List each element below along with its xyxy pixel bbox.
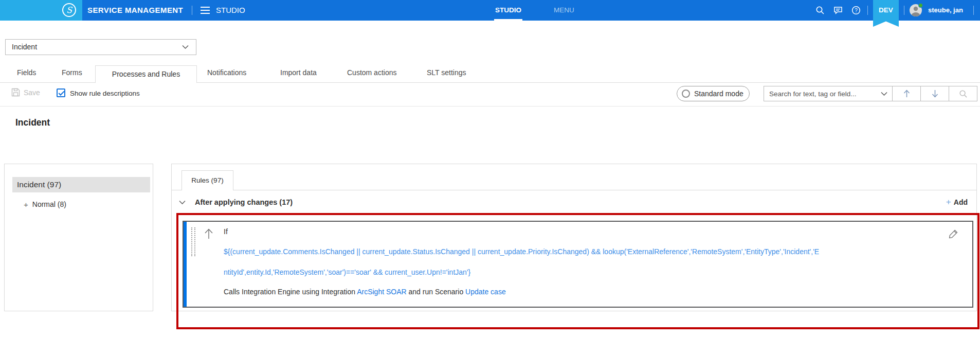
standard-mode-label: Standard mode (694, 90, 743, 98)
arrow-down-icon (932, 90, 938, 98)
standard-mode-toggle[interactable]: Standard mode (677, 86, 750, 101)
save-button[interactable]: Save (11, 88, 40, 97)
tab-fields[interactable]: Fields (17, 68, 36, 77)
rule-selected-accent (184, 222, 187, 307)
rule-action-description: Calls Integration Engine using Integrati… (224, 288, 506, 296)
find-next-button[interactable] (920, 86, 949, 101)
edit-rule-pencil-icon[interactable] (949, 228, 959, 239)
tab-notifications[interactable]: Notifications (207, 68, 246, 77)
action-prefix: Calls Integration Engine using Integrati… (224, 288, 357, 296)
brand-separator (192, 6, 192, 15)
drag-handle-icon[interactable] (191, 227, 195, 256)
rules-tabstrip-divider (172, 190, 976, 190)
tree-item-incident[interactable]: Incident (97) (12, 177, 150, 192)
feedback-icon[interactable] (833, 6, 843, 15)
tab-rules[interactable]: Rules (97) (182, 170, 233, 190)
section-after-applying-changes[interactable]: After applying changes (17) (195, 198, 293, 206)
save-icon (11, 88, 20, 97)
topbar-separator (973, 6, 974, 15)
tree-item-normal-label: Normal (8) (32, 200, 66, 208)
service-management-logo-icon[interactable]: S (62, 3, 76, 17)
rule-search-box[interactable] (764, 86, 893, 101)
integration-link[interactable]: ArcSight SOAR (357, 288, 406, 296)
show-rule-descriptions-label[interactable]: Show rule descriptions (70, 90, 140, 97)
tab-import-data[interactable]: Import data (280, 68, 317, 77)
chevron-down-icon (182, 45, 189, 49)
online-status-dot (918, 3, 923, 8)
scenario-link[interactable]: Update case (465, 288, 506, 296)
topbar-separator (867, 6, 868, 15)
arrow-up-icon (903, 90, 910, 98)
find-previous-button[interactable] (892, 86, 921, 101)
search-icon[interactable] (815, 6, 825, 15)
rule-condition-line-1: ${(current_update.Comments.IsChanged || … (224, 247, 819, 256)
plus-icon: + (946, 198, 951, 207)
rule-search-input[interactable] (764, 90, 881, 98)
nav-tab-studio[interactable]: STUDIO (495, 0, 521, 21)
save-label: Save (24, 88, 40, 97)
tab-forms[interactable]: Forms (62, 68, 82, 77)
brand-title: SERVICE MANAGEMENT (87, 0, 183, 21)
record-type-value: Incident (12, 43, 37, 51)
add-rule-button[interactable]: + Add (946, 198, 968, 207)
show-rule-descriptions-checkbox[interactable] (57, 88, 65, 97)
help-icon[interactable]: ? (851, 6, 861, 15)
rule-card[interactable]: If ${(current_update.Comments.IsChanged … (183, 221, 973, 308)
tree-item-normal[interactable]: + Normal (8) (24, 198, 66, 210)
rule-condition-line-2: ntityId',entity.Id,'RemoteSystem','soar'… (224, 268, 470, 276)
action-middle: and run Scenario (407, 288, 465, 296)
page-title: Incident (15, 117, 50, 128)
tab-custom-actions[interactable]: Custom actions (347, 68, 396, 77)
tab-processes-and-rules[interactable]: Processes and Rules (95, 65, 197, 83)
record-tree-panel: Incident (97) + Normal (8) (4, 164, 153, 311)
topbar-separator (904, 6, 904, 15)
expand-plus-icon[interactable]: + (24, 200, 28, 209)
product-title: STUDIO (216, 0, 245, 21)
collapse-chevron-icon[interactable] (179, 200, 186, 205)
standard-mode-radio[interactable] (682, 90, 690, 98)
record-type-select[interactable]: Incident (5, 39, 196, 55)
tab-slt-settings[interactable]: SLT settings (427, 68, 466, 77)
add-rule-label: Add (954, 198, 968, 206)
top-bar: S SERVICE MANAGEMENT STUDIO STUDIO MENU … (0, 0, 980, 21)
move-rule-up-icon[interactable] (203, 227, 215, 240)
search-icon (959, 90, 968, 98)
toolbar-divider (0, 106, 980, 107)
studio-screen: S SERVICE MANAGEMENT STUDIO STUDIO MENU … (0, 0, 980, 337)
chevron-down-icon[interactable] (881, 92, 887, 96)
nav-tab-menu[interactable]: MENU (554, 0, 574, 21)
hamburger-menu-icon[interactable] (201, 7, 210, 14)
current-user-name[interactable]: steube, jan (928, 0, 963, 21)
environment-badge[interactable]: DEV (873, 0, 899, 27)
rules-section-header: After applying changes (17) + Add (178, 197, 969, 210)
rule-if-keyword: If (224, 227, 228, 236)
svg-text:?: ? (855, 8, 858, 13)
find-search-button[interactable] (949, 86, 977, 101)
